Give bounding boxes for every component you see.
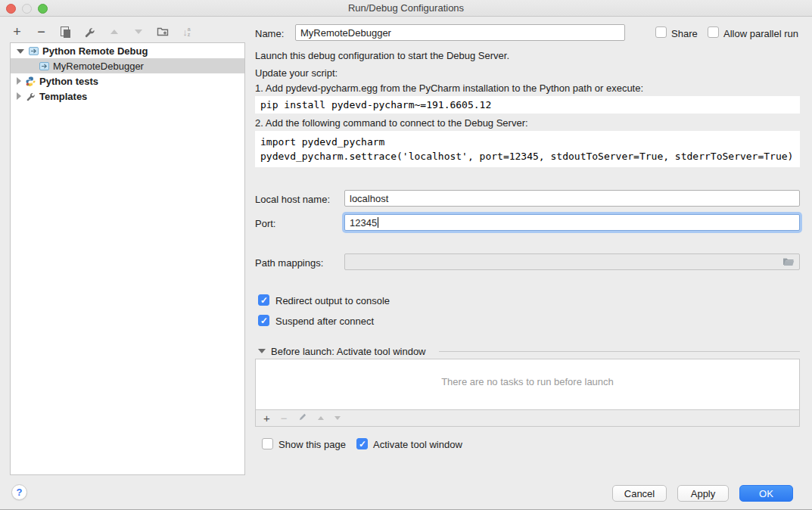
window-title: Run/Debug Configurations — [0, 2, 812, 14]
tree-item-myremotedebugger[interactable]: MyRemoteDebugger — [11, 58, 244, 73]
before-launch-task-list: There are no tasks to run before launch … — [255, 359, 800, 427]
allow-parallel-run-checkbox[interactable] — [708, 26, 719, 38]
step1-text: 1. Add pydevd-pycharm.egg from the PyCha… — [255, 82, 643, 94]
redirect-output-label: Redirect output to console — [275, 295, 390, 306]
activate-tool-window-checkbox[interactable] — [356, 438, 368, 449]
share-checkbox[interactable] — [655, 26, 667, 38]
add-icon[interactable]: + — [11, 26, 23, 39]
run-debug-configurations-dialog: Run/Debug Configurations + − ↓az Python … — [0, 0, 812, 510]
collapse-section-icon[interactable] — [258, 349, 266, 353]
path-mappings-input[interactable] — [344, 253, 800, 270]
tree-item-label: MyRemoteDebugger — [53, 61, 144, 72]
text-caret — [378, 217, 378, 228]
share-label: Share — [671, 28, 698, 39]
port-value: 12345 — [350, 217, 377, 229]
python-icon — [26, 76, 36, 86]
folder-icon[interactable] — [782, 257, 795, 269]
code-line-1: import pydevd_pycharm — [260, 135, 795, 149]
move-up-icon — [107, 26, 120, 39]
empty-tasks-text: There are no tasks to run before launch — [256, 376, 799, 387]
task-toolbar: + − — [256, 409, 799, 426]
tree-item-label: Python Remote Debug — [42, 45, 148, 57]
activate-tool-window-label: Activate tool window — [373, 439, 462, 450]
suspend-after-connect-checkbox[interactable] — [258, 315, 269, 326]
launch-instruction-text: Launch this debug configuration to start… — [255, 50, 509, 61]
cancel-button[interactable]: Cancel — [612, 485, 667, 502]
tree-item-python-remote-debug[interactable]: Python Remote Debug — [11, 43, 244, 58]
local-host-name-label: Local host name: — [255, 194, 330, 205]
section-divider — [439, 351, 800, 352]
tree-item-python-tests[interactable]: Python tests — [11, 73, 244, 89]
tree-item-label: Templates — [39, 91, 87, 102]
step2-text: 2. Add the following command to connect … — [255, 117, 528, 129]
copy-icon[interactable] — [59, 26, 72, 39]
show-this-page-label: Show this page — [278, 439, 346, 450]
name-label: Name: — [255, 28, 284, 39]
remote-debug-icon — [39, 61, 49, 71]
port-input[interactable]: 12345 — [344, 214, 800, 231]
chevron-right-icon[interactable] — [17, 77, 21, 85]
ok-button[interactable]: OK — [739, 485, 793, 502]
edit-icon — [298, 412, 307, 424]
remove-icon[interactable]: − — [35, 26, 48, 39]
remove-icon: − — [281, 412, 288, 424]
move-up-icon — [318, 416, 324, 420]
add-icon[interactable]: + — [263, 412, 270, 424]
path-mappings-label: Path mappings: — [255, 257, 323, 269]
name-input[interactable] — [295, 24, 625, 41]
suspend-after-connect-label: Suspend after connect — [275, 316, 374, 327]
sort-alphabetically-icon: ↓az — [180, 26, 193, 39]
configurations-tree: Python Remote Debug MyRemoteDebugger Pyt… — [10, 42, 245, 475]
help-button[interactable]: ? — [11, 484, 27, 500]
tree-item-label: Python tests — [39, 76, 98, 87]
new-folder-icon[interactable] — [156, 26, 169, 39]
configurations-toolbar: + − ↓az — [11, 23, 193, 40]
wrench-icon — [26, 92, 36, 101]
chevron-right-icon[interactable] — [17, 92, 21, 100]
title-bar: Run/Debug Configurations — [0, 0, 812, 17]
update-script-text: Update your script: — [255, 67, 338, 79]
redirect-output-checkbox[interactable] — [258, 294, 269, 306]
pip-install-command: pip install pydevd-pycharm~=191.6605.12 — [255, 96, 800, 114]
tree-item-templates[interactable]: Templates — [11, 89, 244, 104]
show-this-page-checkbox[interactable] — [262, 438, 273, 449]
move-down-icon — [334, 416, 341, 420]
apply-button[interactable]: Apply — [677, 485, 729, 502]
remote-debug-icon — [29, 46, 39, 56]
code-line-2: pydevd_pycharm.settrace('localhost', por… — [260, 149, 795, 163]
chevron-down-icon[interactable] — [17, 49, 24, 54]
allow-parallel-run-label: Allow parallel run — [723, 28, 798, 39]
port-label: Port: — [255, 218, 275, 229]
question-mark-icon: ? — [17, 487, 23, 498]
edit-templates-icon[interactable] — [83, 26, 96, 39]
local-host-name-input[interactable] — [344, 190, 800, 207]
before-launch-header: Before launch: Activate tool window — [271, 346, 426, 357]
move-down-icon — [132, 26, 145, 39]
settrace-code-block: import pydevd_pycharm pydevd_pycharm.set… — [255, 131, 800, 167]
